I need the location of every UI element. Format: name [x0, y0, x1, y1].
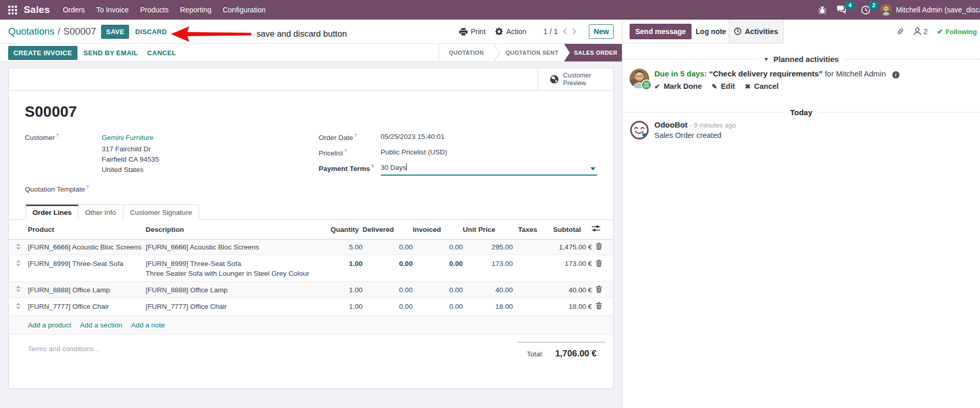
- column-subtotal[interactable]: Subtotal: [553, 220, 592, 240]
- column-invoiced[interactable]: Invoiced: [413, 220, 463, 240]
- cell-invoiced: 0.00: [413, 255, 463, 282]
- messages-count-badge: 4: [845, 1, 855, 9]
- top-navbar: Sales Orders To Invoice Products Reporti…: [0, 0, 980, 20]
- x-icon: ✖: [745, 83, 750, 90]
- drag-handle-icon[interactable]: [9, 298, 28, 316]
- edit-activity-button[interactable]: ✎ Edit: [712, 82, 735, 90]
- form-content: Customer Preview S00007 Customer? Gemini…: [0, 62, 622, 408]
- message-author[interactable]: OdooBot: [654, 120, 687, 129]
- drag-handle-icon[interactable]: [9, 255, 28, 282]
- send-by-email-button[interactable]: SEND BY EMAIL: [81, 46, 141, 59]
- planned-activities-label: Planned activities: [774, 55, 839, 64]
- cell-quantity: 1.00: [331, 255, 363, 282]
- column-delivered[interactable]: Delivered: [363, 220, 413, 240]
- order-date-field[interactable]: 05/25/2023 15:40:01: [381, 131, 445, 140]
- optional-columns-button[interactable]: [592, 220, 613, 240]
- info-icon[interactable]: i: [892, 71, 899, 79]
- check-icon: ✔: [937, 27, 943, 36]
- menu-products[interactable]: Products: [135, 0, 174, 20]
- activities-menu[interactable]: 2: [857, 0, 874, 20]
- log-note-button[interactable]: Log note: [696, 27, 726, 36]
- date-divider: Today: [622, 108, 980, 117]
- tab-other-info[interactable]: Other Info: [78, 205, 123, 220]
- mark-done-button[interactable]: ✔ Mark Done: [654, 82, 702, 90]
- tab-customer-signature[interactable]: Customer Signature: [123, 205, 199, 220]
- add-a-section-link[interactable]: Add a section: [80, 321, 122, 329]
- create-invoice-button[interactable]: CREATE INVOICE: [8, 46, 77, 60]
- triangle-down-icon: ▼: [764, 56, 769, 62]
- button-box: Customer Preview: [9, 68, 613, 91]
- stage-quotation[interactable]: QUOTATION: [439, 44, 494, 61]
- stage-quotation-sent[interactable]: QUOTATION SENT: [500, 44, 564, 61]
- cell-delivered: 0.00: [363, 298, 413, 316]
- cancel-activity-button[interactable]: ✖ Cancel: [745, 82, 778, 90]
- attachments-button[interactable]: [896, 27, 904, 36]
- following-button[interactable]: ✔ Following: [937, 27, 977, 36]
- customer-preview-button[interactable]: Customer Preview: [538, 68, 613, 90]
- menu-orders[interactable]: Orders: [57, 0, 91, 20]
- column-unit-price[interactable]: Unit Price: [463, 220, 513, 240]
- add-a-product-link[interactable]: Add a product: [28, 321, 71, 329]
- apps-menu-icon[interactable]: [5, 3, 20, 17]
- send-message-button[interactable]: Send message: [630, 24, 692, 39]
- form-sheet: S00007 Customer? Gemini Furniture 317 Fa…: [9, 103, 613, 359]
- activity-assignee: for Mitchell Admin: [825, 69, 886, 78]
- activity-title: “Check delivery requirements”: [709, 69, 823, 78]
- pager-next-button[interactable]: [572, 27, 576, 36]
- column-description[interactable]: Description: [146, 220, 330, 240]
- column-product[interactable]: Product: [28, 220, 146, 240]
- user-avatar[interactable]: [880, 4, 892, 15]
- tab-order-lines[interactable]: Order Lines: [26, 205, 78, 220]
- print-button[interactable]: Print: [459, 27, 486, 36]
- printer-icon: [459, 28, 468, 36]
- menu-to-invoice[interactable]: To Invoice: [90, 0, 134, 20]
- order-line-row[interactable]: [FURN_6666] Acoustic Bloc Screens [FURN_…: [9, 240, 613, 255]
- edit-label: Edit: [721, 82, 735, 90]
- user-menu[interactable]: Mitchell Admin (save_discard: [896, 6, 980, 14]
- drag-handle-icon[interactable]: [9, 240, 28, 255]
- column-taxes[interactable]: Taxes: [513, 220, 553, 240]
- messages-menu[interactable]: 4: [833, 0, 850, 20]
- pager-previous-button[interactable]: [563, 27, 567, 36]
- delete-row-button[interactable]: [592, 298, 613, 316]
- column-quantity[interactable]: Quantity: [331, 220, 363, 240]
- app-brand[interactable]: Sales: [24, 4, 50, 15]
- add-a-note-link[interactable]: Add a note: [131, 321, 165, 329]
- delete-row-button[interactable]: [592, 282, 613, 298]
- order-line-row[interactable]: [FURN_7777] Office Chair [FURN_7777] Off…: [9, 298, 613, 316]
- odoobot-avatar[interactable]: [630, 120, 649, 140]
- quotation-template-label: Quotation Template?: [25, 183, 102, 193]
- save-button[interactable]: SAVE: [101, 25, 129, 39]
- delete-row-button[interactable]: [592, 240, 613, 255]
- payment-terms-field[interactable]: 30 Days: [381, 162, 597, 176]
- order-line-row[interactable]: [FURN_8888] Office Lamp [FURN_8888] Offi…: [9, 282, 613, 298]
- customer-link[interactable]: Gemini Furniture: [102, 133, 159, 143]
- terms-and-conditions-placeholder[interactable]: Terms and conditions...: [28, 345, 100, 359]
- delete-row-button[interactable]: [592, 255, 613, 282]
- action-button[interactable]: Action: [495, 27, 526, 36]
- cell-description: [FURN_8888] Office Lamp: [146, 282, 330, 298]
- activities-count-badge: 2: [869, 1, 878, 9]
- new-button[interactable]: New: [589, 24, 614, 39]
- debug-bug-icon[interactable]: [813, 0, 831, 20]
- stage-sales-order[interactable]: SALES ORDER: [564, 44, 622, 61]
- cell-unit-price: 40.00: [463, 282, 513, 298]
- dropdown-caret-icon[interactable]: [590, 167, 596, 170]
- planned-activities-toggle[interactable]: ▼ Planned activities: [758, 55, 845, 64]
- order-line-row[interactable]: [FURN_8999] Three-Seat Sofa [FURN_8999] …: [9, 255, 613, 282]
- mark-done-label: Mark Done: [664, 82, 702, 90]
- schedule-activity-button[interactable]: Activities: [729, 20, 783, 43]
- menu-configuration[interactable]: Configuration: [217, 0, 271, 20]
- chatter: Send message Log note Activities: [622, 20, 980, 408]
- breadcrumb-current: S00007: [63, 26, 97, 37]
- stage-steps: QUOTATION QUOTATION SENT SALES ORDER: [439, 44, 622, 61]
- discard-button[interactable]: DISCARD: [133, 25, 169, 38]
- pricelist-field[interactable]: Public Pricelist (USD): [381, 147, 447, 156]
- cancel-button[interactable]: CANCEL: [144, 46, 179, 59]
- followers-button[interactable]: 2: [913, 27, 928, 36]
- breadcrumb-quotations-link[interactable]: Quotations: [8, 26, 54, 37]
- order-title: S00007: [25, 103, 597, 120]
- cell-subtotal: 40.00 €: [553, 282, 592, 298]
- drag-handle-icon[interactable]: [9, 282, 28, 298]
- menu-reporting[interactable]: Reporting: [174, 0, 217, 20]
